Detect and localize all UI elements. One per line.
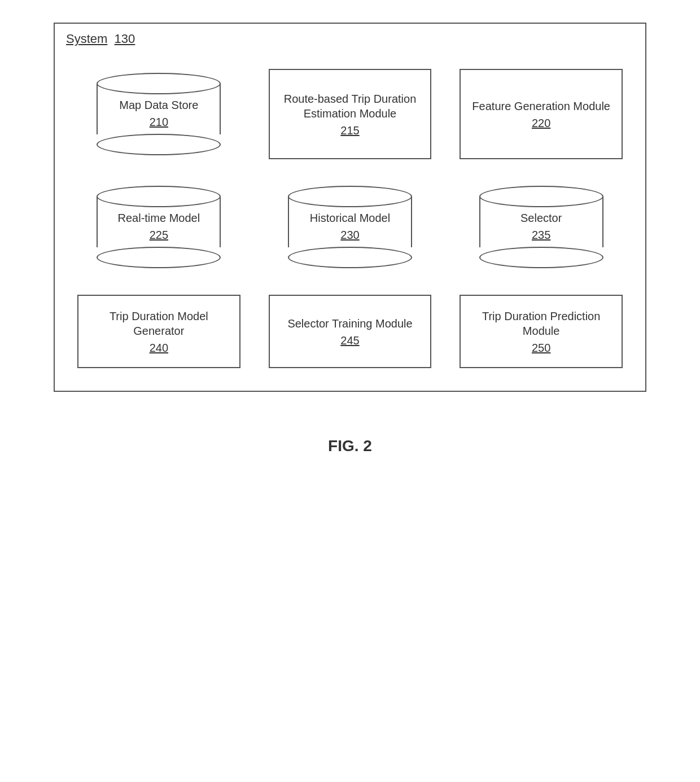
- system-box: System 130 Map Data Store 210 Route-base…: [54, 23, 646, 392]
- module-feature-generation: Feature Generation Module 220: [460, 69, 623, 159]
- module-name-210: Map Data Store: [119, 98, 198, 112]
- module-name-225: Real-time Model: [118, 211, 200, 225]
- module-id-245: 245: [340, 334, 359, 347]
- figure-label: FIG. 2: [328, 437, 372, 455]
- cylinder-realtime-model: Real-time Model 225: [97, 186, 221, 268]
- module-id-215: 215: [340, 124, 359, 137]
- module-id-235: 235: [532, 229, 550, 242]
- cylinder-map-data-store: Map Data Store 210: [97, 73, 221, 155]
- module-name-240: Trip Duration Model Generator: [87, 309, 231, 338]
- module-id-250: 250: [532, 342, 550, 355]
- cylinder-bottom-230: [288, 247, 412, 268]
- cylinder-selector: Selector 235: [479, 186, 603, 268]
- module-name-220: Feature Generation Module: [472, 99, 610, 113]
- module-trip-duration-generator: Trip Duration Model Generator 240: [77, 295, 240, 368]
- system-label: System 130: [66, 32, 135, 46]
- cylinder-top-225: [97, 186, 221, 207]
- module-id-220: 220: [532, 117, 550, 130]
- module-name-230: Historical Model: [310, 211, 390, 225]
- module-name-235: Selector: [520, 211, 562, 225]
- module-grid: Map Data Store 210 Route-based Trip Dura…: [77, 69, 623, 368]
- module-name-215: Route-based Trip Duration Estimation Mod…: [278, 91, 422, 121]
- system-id: 130: [115, 32, 135, 46]
- module-realtime-model: Real-time Model 225: [77, 182, 240, 272]
- module-map-data-store: Map Data Store 210: [77, 69, 240, 159]
- module-id-230: 230: [340, 229, 359, 242]
- cylinder-top: [97, 73, 221, 94]
- system-title: System: [66, 32, 107, 46]
- cylinder-bottom: [97, 134, 221, 155]
- module-id-240: 240: [150, 342, 168, 355]
- module-route-based-trip: Route-based Trip Duration Estimation Mod…: [269, 69, 432, 159]
- cylinder-bottom-225: [97, 247, 221, 268]
- module-id-225: 225: [150, 229, 168, 242]
- page-container: System 130 Map Data Store 210 Route-base…: [45, 23, 655, 455]
- cylinder-top-235: [479, 186, 603, 207]
- module-selector: Selector 235: [460, 182, 623, 272]
- module-id-210: 210: [150, 116, 168, 129]
- cylinder-top-230: [288, 186, 412, 207]
- module-historical-model: Historical Model 230: [269, 182, 432, 272]
- cylinder-bottom-235: [479, 247, 603, 268]
- module-selector-training: Selector Training Module 245: [269, 295, 432, 368]
- cylinder-historical-model: Historical Model 230: [288, 186, 412, 268]
- module-name-245: Selector Training Module: [287, 316, 412, 331]
- module-name-250: Trip Duration Prediction Module: [469, 309, 613, 338]
- module-trip-duration-prediction: Trip Duration Prediction Module 250: [460, 295, 623, 368]
